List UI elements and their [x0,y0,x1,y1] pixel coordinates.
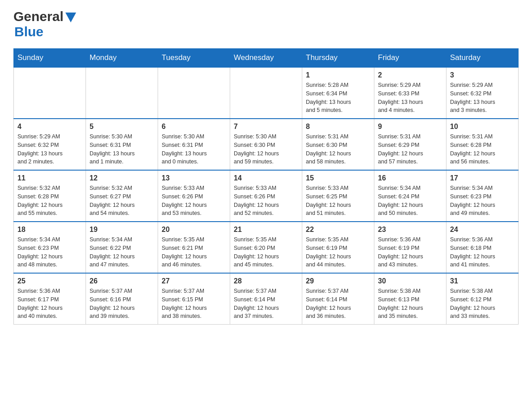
day-info: Sunrise: 5:38 AM Sunset: 6:13 PM Dayligh… [378,287,442,321]
day-number: 21 [234,226,298,234]
day-info: Sunrise: 5:31 AM Sunset: 6:28 PM Dayligh… [450,133,515,166]
calendar-header-saturday: Saturday [446,49,519,68]
logo-general-label: General [13,9,64,24]
day-info: Sunrise: 5:37 AM Sunset: 6:14 PM Dayligh… [234,287,298,321]
day-info: Sunrise: 5:29 AM Sunset: 6:33 PM Dayligh… [378,81,442,115]
day-number: 20 [162,226,226,234]
calendar-cell: 16Sunrise: 5:34 AM Sunset: 6:24 PM Dayli… [374,170,446,222]
logo-blue-label: Blue [13,24,43,39]
calendar-cell: 19Sunrise: 5:34 AM Sunset: 6:22 PM Dayli… [86,222,158,273]
day-info: Sunrise: 5:29 AM Sunset: 6:32 PM Dayligh… [450,81,515,115]
calendar-cell: 23Sunrise: 5:36 AM Sunset: 6:19 PM Dayli… [374,222,446,273]
day-number: 26 [90,277,154,285]
day-number: 29 [306,277,370,285]
calendar-cell [158,67,230,119]
calendar-cell: 17Sunrise: 5:34 AM Sunset: 6:23 PM Dayli… [446,170,519,222]
calendar-cell: 13Sunrise: 5:33 AM Sunset: 6:26 PM Dayli… [158,170,230,222]
day-number: 6 [162,123,226,131]
calendar-cell: 7Sunrise: 5:30 AM Sunset: 6:30 PM Daylig… [230,119,302,170]
day-number: 15 [306,174,370,182]
calendar-cell: 29Sunrise: 5:37 AM Sunset: 6:14 PM Dayli… [302,273,374,325]
calendar-cell: 20Sunrise: 5:35 AM Sunset: 6:21 PM Dayli… [158,222,230,273]
day-number: 25 [17,277,82,285]
day-number: 5 [90,123,154,131]
day-info: Sunrise: 5:36 AM Sunset: 6:17 PM Dayligh… [17,287,82,321]
day-number: 23 [378,226,442,234]
day-info: Sunrise: 5:36 AM Sunset: 6:18 PM Dayligh… [450,235,515,269]
day-info: Sunrise: 5:33 AM Sunset: 6:26 PM Dayligh… [162,184,226,218]
day-number: 30 [378,277,442,285]
calendar-cell: 21Sunrise: 5:35 AM Sunset: 6:20 PM Dayli… [230,222,302,273]
day-number: 24 [450,226,515,234]
calendar-cell: 11Sunrise: 5:32 AM Sunset: 6:28 PM Dayli… [14,170,86,222]
day-number: 4 [17,123,82,131]
calendar-cell: 15Sunrise: 5:33 AM Sunset: 6:25 PM Dayli… [302,170,374,222]
day-number: 10 [450,123,515,131]
day-info: Sunrise: 5:31 AM Sunset: 6:29 PM Dayligh… [378,133,442,166]
logo: General Blue [13,9,76,39]
calendar-header-tuesday: Tuesday [158,49,230,68]
day-info: Sunrise: 5:30 AM Sunset: 6:31 PM Dayligh… [90,133,154,166]
day-info: Sunrise: 5:34 AM Sunset: 6:23 PM Dayligh… [17,235,82,269]
day-info: Sunrise: 5:34 AM Sunset: 6:24 PM Dayligh… [378,184,442,218]
day-info: Sunrise: 5:33 AM Sunset: 6:25 PM Dayligh… [306,184,370,218]
day-info: Sunrise: 5:37 AM Sunset: 6:16 PM Dayligh… [90,287,154,321]
calendar-cell [14,67,86,119]
calendar-week-5: 25Sunrise: 5:36 AM Sunset: 6:17 PM Dayli… [14,273,519,325]
day-info: Sunrise: 5:32 AM Sunset: 6:28 PM Dayligh… [17,184,82,218]
day-number: 1 [306,71,370,79]
day-info: Sunrise: 5:35 AM Sunset: 6:21 PM Dayligh… [162,235,226,269]
calendar-cell: 28Sunrise: 5:37 AM Sunset: 6:14 PM Dayli… [230,273,302,325]
calendar-header-friday: Friday [374,49,446,68]
day-info: Sunrise: 5:35 AM Sunset: 6:20 PM Dayligh… [234,235,298,269]
calendar-cell [230,67,302,119]
day-info: Sunrise: 5:35 AM Sunset: 6:19 PM Dayligh… [306,235,370,269]
calendar-cell [86,67,158,119]
calendar-cell: 5Sunrise: 5:30 AM Sunset: 6:31 PM Daylig… [86,119,158,170]
day-number: 22 [306,226,370,234]
calendar-cell: 8Sunrise: 5:31 AM Sunset: 6:30 PM Daylig… [302,119,374,170]
calendar-header-wednesday: Wednesday [230,49,302,68]
day-info: Sunrise: 5:34 AM Sunset: 6:22 PM Dayligh… [90,235,154,269]
day-info: Sunrise: 5:30 AM Sunset: 6:30 PM Dayligh… [234,133,298,166]
day-info: Sunrise: 5:30 AM Sunset: 6:31 PM Dayligh… [162,133,226,166]
day-number: 13 [162,174,226,182]
calendar-cell: 12Sunrise: 5:32 AM Sunset: 6:27 PM Dayli… [86,170,158,222]
day-info: Sunrise: 5:32 AM Sunset: 6:27 PM Dayligh… [90,184,154,218]
calendar-cell: 4Sunrise: 5:29 AM Sunset: 6:32 PM Daylig… [14,119,86,170]
calendar-cell: 2Sunrise: 5:29 AM Sunset: 6:33 PM Daylig… [374,67,446,119]
calendar-header-sunday: Sunday [14,49,86,68]
day-number: 11 [17,174,82,182]
day-info: Sunrise: 5:34 AM Sunset: 6:23 PM Dayligh… [450,184,515,218]
calendar-week-2: 4Sunrise: 5:29 AM Sunset: 6:32 PM Daylig… [14,119,519,170]
calendar-week-4: 18Sunrise: 5:34 AM Sunset: 6:23 PM Dayli… [14,222,519,273]
calendar-cell: 10Sunrise: 5:31 AM Sunset: 6:28 PM Dayli… [446,119,519,170]
calendar-cell: 22Sunrise: 5:35 AM Sunset: 6:19 PM Dayli… [302,222,374,273]
day-info: Sunrise: 5:29 AM Sunset: 6:32 PM Dayligh… [17,133,82,166]
day-number: 12 [90,174,154,182]
day-number: 28 [234,277,298,285]
day-number: 19 [90,226,154,234]
day-info: Sunrise: 5:33 AM Sunset: 6:26 PM Dayligh… [234,184,298,218]
page-header: General Blue [13,9,519,39]
day-number: 16 [378,174,442,182]
day-number: 8 [306,123,370,131]
day-number: 7 [234,123,298,131]
calendar-cell: 3Sunrise: 5:29 AM Sunset: 6:32 PM Daylig… [446,67,519,119]
calendar-cell: 27Sunrise: 5:37 AM Sunset: 6:15 PM Dayli… [158,273,230,325]
calendar-cell: 9Sunrise: 5:31 AM Sunset: 6:29 PM Daylig… [374,119,446,170]
calendar-header-thursday: Thursday [302,49,374,68]
calendar-header-monday: Monday [86,49,158,68]
day-info: Sunrise: 5:38 AM Sunset: 6:12 PM Dayligh… [450,287,515,321]
calendar-cell: 30Sunrise: 5:38 AM Sunset: 6:13 PM Dayli… [374,273,446,325]
logo-row: General [13,9,76,24]
calendar-week-3: 11Sunrise: 5:32 AM Sunset: 6:28 PM Dayli… [14,170,519,222]
day-info: Sunrise: 5:31 AM Sunset: 6:30 PM Dayligh… [306,133,370,166]
day-number: 18 [17,226,82,234]
calendar-cell: 26Sunrise: 5:37 AM Sunset: 6:16 PM Dayli… [86,273,158,325]
logo-triangle-icon [65,13,76,22]
day-number: 17 [450,174,515,182]
day-info: Sunrise: 5:36 AM Sunset: 6:19 PM Dayligh… [378,235,442,269]
calendar-cell: 6Sunrise: 5:30 AM Sunset: 6:31 PM Daylig… [158,119,230,170]
day-number: 2 [378,71,442,79]
